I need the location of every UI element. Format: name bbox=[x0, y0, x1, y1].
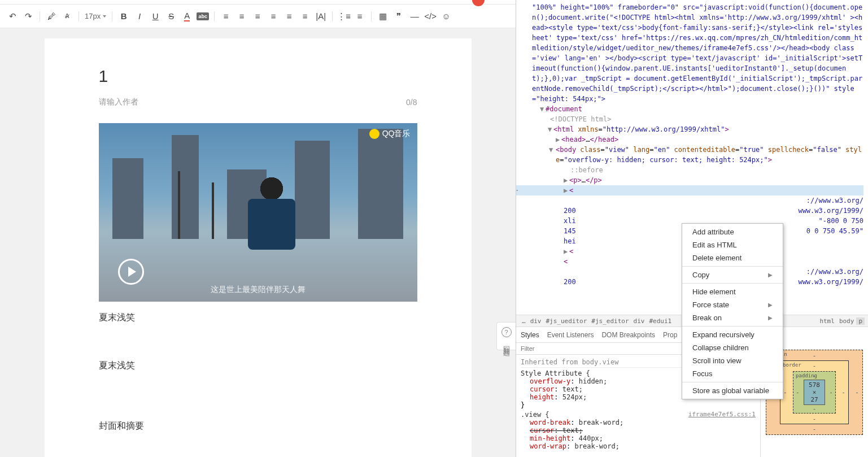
video-thumbnail[interactable]: QQ音乐 这是世上最美陪伴那天人舞 bbox=[99, 123, 417, 302]
indent-left-button[interactable]: ≡ bbox=[281, 8, 297, 24]
text-color-button[interactable]: A bbox=[179, 8, 195, 24]
feedback-side-tab[interactable]: ? 回到问题 bbox=[496, 322, 516, 350]
indent-right-button[interactable]: ≡ bbox=[297, 8, 313, 24]
context-menu-item[interactable]: Expand recursively bbox=[682, 328, 783, 341]
context-menu-item[interactable]: Force state▶ bbox=[682, 298, 783, 311]
line-height-button[interactable]: |A| bbox=[313, 8, 329, 24]
bold-button[interactable]: B bbox=[116, 8, 132, 24]
bullet-list-button[interactable]: ⋮≡ bbox=[336, 8, 352, 24]
context-menu-item[interactable]: Add attribute bbox=[682, 225, 783, 238]
context-menu-item[interactable]: Break on▶ bbox=[682, 311, 783, 324]
context-menu: Add attributeEdit as HTMLDelete elementC… bbox=[682, 223, 783, 399]
editor-content-area: 1 请输入作者 0/8 bbox=[0, 28, 516, 457]
emoji-button[interactable]: ☺ bbox=[438, 8, 454, 24]
styles-tab-styles[interactable]: Styles bbox=[521, 329, 539, 341]
box-model-content-size: 578 × 27 bbox=[804, 380, 825, 405]
play-button-icon[interactable] bbox=[118, 259, 144, 285]
styles-tab-event-listeners[interactable]: Event Listeners bbox=[547, 329, 594, 341]
breadcrumb-more[interactable]: … bbox=[520, 317, 528, 325]
section-text-2[interactable]: 夏末浅笑 bbox=[99, 360, 417, 372]
stylesheet-link[interactable]: iframe4e7ef5.css:1 bbox=[688, 411, 756, 418]
css-property[interactable]: word-wrap: break-word; bbox=[521, 442, 756, 450]
table-button[interactable]: ▦ bbox=[375, 8, 391, 24]
video-subtitle: 这是世上最美陪伴那天人舞 bbox=[211, 285, 306, 295]
breadcrumb-item-current[interactable]: p bbox=[856, 317, 865, 325]
qq-music-icon bbox=[369, 129, 380, 139]
breadcrumb-item[interactable]: body bbox=[837, 317, 857, 325]
section-text-3[interactable]: 封面和摘要 bbox=[99, 420, 417, 432]
iframe-attributes-text: "100%" height="100%" frameborder="0" src… bbox=[532, 3, 862, 103]
underline-button[interactable]: U bbox=[147, 8, 163, 24]
align-right-button[interactable]: ≡ bbox=[250, 8, 265, 24]
breadcrumb-item[interactable]: div bbox=[631, 317, 647, 325]
css-property[interactable]: min-height: 440px; bbox=[521, 434, 756, 442]
breadcrumb-item[interactable]: #js_editor bbox=[589, 317, 631, 325]
context-menu-item[interactable]: Hide element bbox=[682, 285, 783, 298]
styles-tab-dom-breakpoints[interactable]: DOM Breakpoints bbox=[601, 329, 655, 341]
document-node[interactable]: #document bbox=[546, 105, 582, 113]
section-text-1[interactable]: 夏末浅笑 bbox=[99, 312, 417, 324]
font-size-selector[interactable]: 17px bbox=[82, 12, 108, 20]
article-title[interactable]: 1 bbox=[99, 67, 417, 86]
fill-color-button[interactable]: abc bbox=[195, 8, 211, 24]
undo-button[interactable]: ↶ bbox=[5, 8, 20, 24]
css-property[interactable]: cursor: text; bbox=[521, 426, 756, 434]
align-center-button[interactable]: ≡ bbox=[234, 8, 250, 24]
breadcrumb-item[interactable]: #js_ueditor bbox=[544, 317, 590, 325]
clear-format-button[interactable]: A̷ bbox=[59, 8, 75, 24]
paint-format-button[interactable]: 🖉 bbox=[43, 8, 59, 24]
align-justify-button[interactable]: ≡ bbox=[265, 8, 281, 24]
context-menu-item[interactable]: Store as global variable bbox=[682, 384, 783, 397]
styles-tab-properties[interactable]: Prop bbox=[663, 329, 677, 341]
selected-dom-node[interactable]: ⋯ ▶< bbox=[516, 185, 863, 195]
article-card: 1 请输入作者 0/8 bbox=[45, 38, 472, 457]
code-button[interactable]: </> bbox=[422, 8, 438, 24]
breadcrumb-item[interactable]: #edui1 bbox=[647, 317, 674, 325]
editor-toolbar: ↶ ↷ 🖉 A̷ 17px B I U S A abc ≡ ≡ ≡ ≡ ≡ ≡ … bbox=[0, 5, 516, 28]
abc-icon: abc bbox=[197, 12, 209, 20]
context-menu-item[interactable]: Scroll into view bbox=[682, 354, 783, 367]
css-property[interactable]: word-break: break-word; bbox=[521, 419, 756, 426]
italic-button[interactable]: I bbox=[132, 8, 147, 24]
doctype-node[interactable]: <!DOCTYPE html> bbox=[550, 115, 611, 123]
divider-button[interactable]: — bbox=[407, 8, 422, 24]
top-bar bbox=[0, 0, 516, 5]
author-input-placeholder[interactable]: 请输入作者 bbox=[99, 97, 138, 107]
breadcrumb-item[interactable]: html bbox=[817, 317, 837, 325]
number-list-button[interactable]: ≡ bbox=[352, 8, 368, 24]
question-icon: ? bbox=[501, 327, 512, 337]
before-pseudo[interactable]: ::before bbox=[570, 166, 603, 174]
ellipsis-icon: ⋯ bbox=[516, 185, 518, 195]
context-menu-item[interactable]: Delete element bbox=[682, 251, 783, 264]
align-left-button[interactable]: ≡ bbox=[218, 8, 234, 24]
editor-pane: ↶ ↷ 🖉 A̷ 17px B I U S A abc ≡ ≡ ≡ ≡ ≡ ≡ … bbox=[0, 0, 516, 457]
breadcrumb-item[interactable]: div bbox=[528, 317, 544, 325]
context-menu-item[interactable]: Copy▶ bbox=[682, 268, 783, 281]
context-menu-item[interactable]: Collapse children bbox=[682, 341, 783, 354]
strikethrough-button[interactable]: S bbox=[163, 8, 179, 24]
qq-music-logo: QQ音乐 bbox=[369, 129, 411, 139]
redo-button[interactable]: ↷ bbox=[20, 8, 36, 24]
title-char-count: 0/8 bbox=[406, 98, 417, 107]
quote-button[interactable]: ❞ bbox=[391, 8, 407, 24]
context-menu-item[interactable]: Focus bbox=[682, 367, 783, 380]
context-menu-item[interactable]: Edit as HTML bbox=[682, 238, 783, 251]
